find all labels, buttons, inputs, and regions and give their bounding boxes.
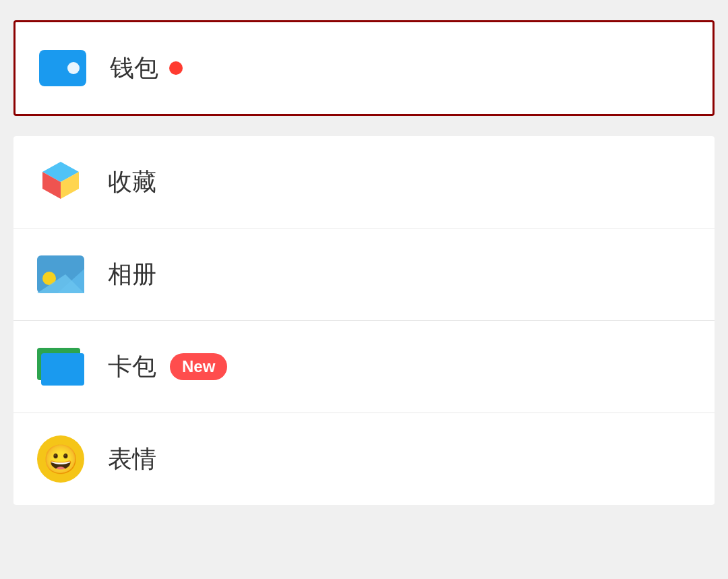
cardwallet-label: 卡包 bbox=[108, 351, 156, 384]
album-icon-container bbox=[34, 247, 88, 301]
collection-icon-container bbox=[34, 155, 88, 209]
collection-label: 收藏 bbox=[108, 166, 156, 199]
cardwallet-front bbox=[41, 353, 84, 386]
collection-icon bbox=[37, 158, 84, 206]
album-icon bbox=[37, 255, 84, 293]
emoji-icon-container: 😀 bbox=[34, 432, 88, 486]
menu-section: 收藏 相册 卡包 New 😀 表情 bbox=[13, 136, 715, 505]
emoji-icon: 😀 bbox=[37, 435, 84, 483]
emoji-menu-item[interactable]: 😀 表情 bbox=[13, 413, 715, 505]
collection-menu-item[interactable]: 收藏 bbox=[13, 136, 715, 228]
album-menu-item[interactable]: 相册 bbox=[13, 228, 715, 321]
emoji-label: 表情 bbox=[108, 443, 156, 476]
cardwallet-icon-container bbox=[34, 340, 88, 394]
cardwallet-icon bbox=[37, 348, 84, 386]
wallet-menu-item[interactable]: 钱包 bbox=[13, 20, 715, 116]
new-badge: New bbox=[170, 353, 227, 380]
album-label: 相册 bbox=[108, 258, 156, 291]
cardwallet-menu-item[interactable]: 卡包 New bbox=[13, 321, 715, 413]
wallet-icon-container bbox=[36, 41, 90, 95]
wallet-icon bbox=[39, 50, 86, 86]
wallet-notification-dot bbox=[169, 61, 183, 75]
wallet-label: 钱包 bbox=[110, 52, 158, 85]
